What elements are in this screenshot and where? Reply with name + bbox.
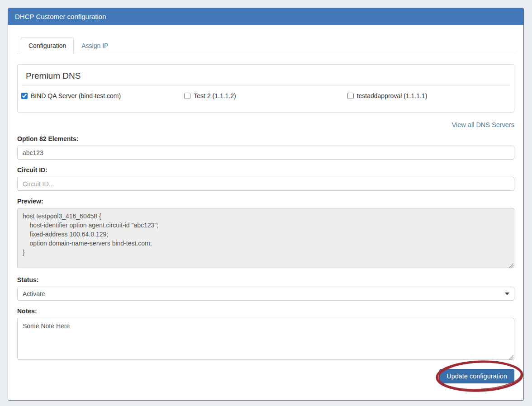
dns-server-list: BIND QA Server (bind-test.com) Test 2 (1… [21,92,510,99]
status-select[interactable]: Activate [17,287,514,301]
circuit-id-group: Circuit ID: [17,166,514,191]
status-label: Status: [17,276,514,283]
tab-assign-ip-label: Assign IP [81,42,108,49]
circuit-id-input[interactable] [17,177,514,191]
dhcp-config-panel: DHCP Customer configuration Configuratio… [8,8,524,401]
notes-group: Notes: Some Note Here [17,307,514,361]
premium-dns-section: Premium DNS BIND QA Server (bind-test.co… [17,64,514,113]
status-group: Status: Activate [17,276,514,301]
update-configuration-button[interactable]: Update configuration [439,369,514,383]
dns-server-option-test2[interactable]: Test 2 (1.1.1.2) [184,92,347,99]
view-all-dns-servers-link[interactable]: View all DNS Servers [452,121,514,128]
premium-dns-heading: Premium DNS [21,69,510,86]
preview-group: Preview: host testpool3_416_60458 { host… [17,198,514,269]
notes-label: Notes: [17,307,514,315]
dns-server-label: testaddapproval (1.1.1.1) [357,92,428,99]
dns-server-option-testaddapproval[interactable]: testaddapproval (1.1.1.1) [347,92,510,99]
dns-server-label: Test 2 (1.1.1.2) [194,92,236,99]
panel-body: Configuration Assign IP Premium DNS BIND… [8,25,523,392]
option82-input[interactable] [17,146,514,160]
tab-bar: Configuration Assign IP [17,37,514,54]
notes-textarea[interactable]: Some Note Here [17,318,514,360]
option82-group: Option 82 Elements: [17,135,514,160]
option82-label: Option 82 Elements: [17,135,514,142]
tab-assign-ip[interactable]: Assign IP [74,37,116,54]
dns-server-checkbox[interactable] [347,93,354,99]
panel-header: DHCP Customer configuration [8,8,523,25]
dns-server-checkbox[interactable] [184,93,190,99]
panel-title: DHCP Customer configuration [15,13,106,20]
circuit-id-label: Circuit ID: [17,166,514,174]
action-row: Update configuration [17,369,514,392]
dns-server-label: BIND QA Server (bind-test.com) [31,92,121,99]
tab-configuration-label: Configuration [28,42,66,49]
preview-label: Preview: [17,198,514,205]
tab-configuration[interactable]: Configuration [21,37,74,54]
dns-server-option-bind-qa[interactable]: BIND QA Server (bind-test.com) [21,92,184,99]
dns-link-row: View all DNS Servers [17,121,514,128]
preview-textarea[interactable]: host testpool3_416_60458 { host-identifi… [17,208,514,268]
dns-server-checkbox[interactable] [21,93,28,99]
